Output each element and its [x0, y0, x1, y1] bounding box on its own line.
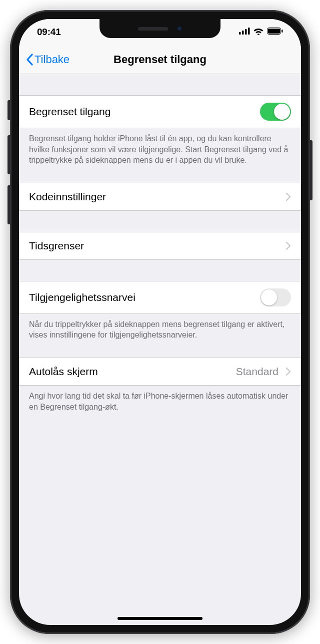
svg-rect-2 [245, 29, 247, 35]
guided-access-toggle[interactable] [260, 103, 291, 121]
svg-rect-3 [248, 28, 250, 35]
accessibility-shortcut-cell[interactable]: Tilgjengelighetssnarvei [19, 281, 301, 314]
guided-access-footer: Begrenset tilgang holder iPhone låst til… [19, 128, 301, 169]
accessibility-shortcut-label: Tilgjengelighetssnarvei [29, 291, 136, 303]
screen-autolock-value: Standard [236, 366, 278, 378]
screen-autolock-footer: Angi hvor lang tid det skal ta før iPhon… [19, 386, 301, 415]
chevron-right-icon [286, 367, 291, 376]
accessibility-shortcut-footer: Når du trippeltrykker på sideknappen men… [19, 314, 301, 344]
status-time: 09:41 [37, 27, 61, 38]
screen-autolock-label: Autolås skjerm [29, 366, 98, 378]
chevron-right-icon [286, 241, 291, 250]
time-limits-cell[interactable]: Tidsgrenser [19, 232, 301, 260]
chevron-left-icon [26, 54, 34, 66]
battery-icon [267, 28, 283, 37]
accessibility-shortcut-toggle[interactable] [260, 288, 291, 306]
back-label: Tilbake [34, 53, 70, 66]
guided-access-toggle-cell[interactable]: Begrenset tilgang [19, 95, 301, 128]
guided-access-label: Begrenset tilgang [29, 106, 110, 118]
cellular-signal-icon [239, 28, 250, 37]
home-indicator[interactable] [118, 617, 202, 620]
chevron-right-icon [286, 192, 291, 201]
svg-rect-0 [239, 32, 241, 35]
wifi-icon [253, 27, 264, 37]
passcode-settings-label: Kodeinnstillinger [29, 191, 106, 203]
svg-rect-6 [282, 30, 283, 33]
back-button[interactable]: Tilbake [26, 45, 70, 74]
navigation-bar: Tilbake Begrenset tilgang [19, 45, 301, 74]
svg-rect-1 [242, 31, 244, 35]
page-title: Begrenset tilgang [114, 53, 206, 66]
time-limits-label: Tidsgrenser [29, 240, 84, 252]
screen-autolock-cell[interactable]: Autolås skjerm Standard [19, 358, 301, 386]
passcode-settings-cell[interactable]: Kodeinnstillinger [19, 183, 301, 211]
svg-rect-5 [268, 29, 280, 34]
